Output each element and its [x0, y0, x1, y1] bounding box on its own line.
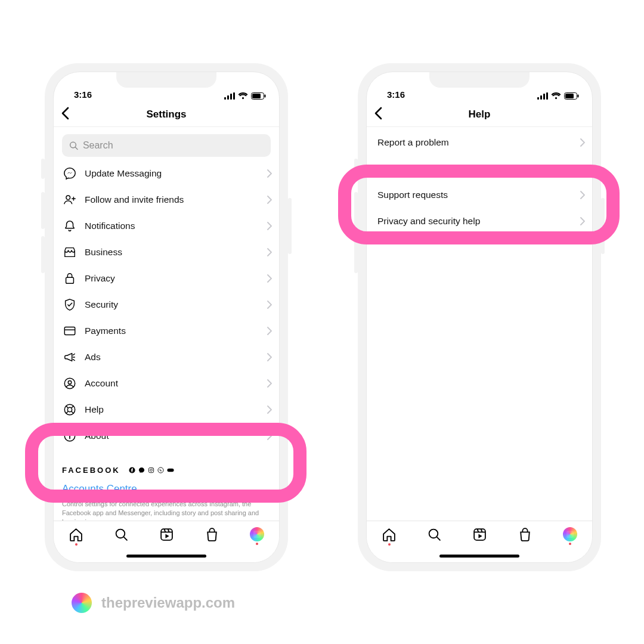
back-button[interactable] [58, 104, 72, 125]
highlight-report-problem-item [338, 165, 620, 244]
lifebuoy-icon [63, 403, 76, 416]
svg-line-37 [437, 537, 440, 540]
chevron-right-icon [267, 327, 272, 335]
settings-item-payments[interactable]: Payments [54, 318, 279, 344]
tab-reels[interactable] [159, 527, 174, 542]
wifi-icon [551, 92, 561, 100]
avatar-icon [250, 527, 264, 541]
svg-rect-32 [546, 92, 548, 100]
accounts-centre-description: Control settings for connected experienc… [62, 500, 271, 521]
home-indicator [439, 555, 519, 558]
tab-shop[interactable] [205, 527, 219, 542]
bag-icon [518, 527, 532, 542]
notification-dot [75, 543, 78, 546]
search-icon [427, 527, 442, 542]
card-icon [63, 324, 76, 338]
person-add-icon [63, 193, 76, 206]
svg-rect-0 [224, 97, 226, 100]
tab-home[interactable] [382, 527, 397, 546]
search-input[interactable] [83, 140, 264, 151]
settings-item-label: Help [85, 404, 259, 415]
storefront-icon [63, 246, 76, 259]
back-button[interactable] [371, 104, 385, 125]
settings-item-label: Account [85, 378, 259, 389]
side-button [41, 236, 45, 273]
svg-line-26 [124, 537, 127, 540]
chevron-right-icon [267, 274, 272, 283]
settings-item-label: Update Messaging [85, 168, 259, 179]
page-title: Help [469, 109, 491, 120]
svg-line-8 [75, 147, 78, 150]
settings-item-account[interactable]: Account [54, 370, 279, 397]
header: Settings [54, 102, 279, 127]
phone-notch [116, 72, 216, 88]
tab-profile[interactable] [250, 527, 264, 545]
chevron-right-icon [267, 222, 272, 230]
settings-item-business[interactable]: Business [54, 239, 279, 265]
notification-dot [256, 543, 258, 545]
search-icon [69, 141, 78, 150]
settings-item-help[interactable]: Help [54, 397, 279, 423]
svg-rect-34 [565, 94, 574, 98]
tab-search[interactable] [114, 527, 129, 542]
home-icon [69, 527, 83, 542]
reels-icon [159, 527, 174, 542]
watermark: thepreviewapp.com [72, 593, 235, 613]
cellular-icon [537, 92, 548, 100]
svg-rect-35 [578, 95, 579, 98]
chevron-right-icon [267, 169, 272, 178]
chevron-left-icon [374, 107, 382, 120]
settings-item-follow-invite[interactable]: Follow and invite friends [54, 187, 279, 213]
settings-item-privacy[interactable]: Privacy [54, 265, 279, 292]
settings-item-update-messaging[interactable]: Update Messaging [54, 160, 279, 187]
side-button [41, 159, 45, 179]
tab-home[interactable] [69, 527, 83, 546]
settings-item-label: Follow and invite friends [85, 194, 259, 205]
cellular-icon [224, 92, 235, 100]
page-title: Settings [146, 109, 186, 120]
settings-item-ads[interactable]: Ads [54, 344, 279, 370]
reels-icon [472, 527, 487, 542]
side-button [41, 192, 45, 229]
lock-icon [63, 272, 76, 285]
help-item-report-problem[interactable]: Report a problem [367, 129, 592, 156]
settings-item-label: Ads [85, 352, 259, 363]
tab-reels[interactable] [472, 527, 487, 542]
search-input-container[interactable] [62, 134, 271, 157]
wifi-icon [238, 92, 248, 100]
bag-icon [205, 527, 219, 542]
svg-point-9 [66, 196, 70, 200]
svg-rect-10 [66, 277, 74, 283]
svg-rect-31 [543, 94, 545, 100]
svg-rect-29 [537, 97, 539, 100]
chevron-right-icon [267, 405, 272, 414]
preview-app-logo [72, 593, 92, 613]
chevron-left-icon [61, 107, 69, 120]
tab-shop[interactable] [518, 527, 532, 542]
battery-icon [564, 92, 579, 100]
svg-rect-27 [161, 529, 172, 540]
svg-rect-5 [252, 94, 261, 98]
home-indicator [126, 555, 206, 558]
settings-item-notifications[interactable]: Notifications [54, 213, 279, 239]
chevron-right-icon [267, 248, 272, 256]
settings-item-security[interactable]: Security [54, 292, 279, 318]
svg-rect-38 [474, 529, 485, 540]
svg-point-14 [68, 380, 72, 384]
header: Help [367, 102, 592, 127]
tab-search[interactable] [427, 527, 442, 542]
settings-item-label: Privacy [85, 273, 259, 284]
phone-notch [429, 72, 530, 88]
chevron-right-icon [267, 379, 272, 388]
chevron-right-icon [267, 196, 272, 204]
tab-profile[interactable] [563, 527, 577, 545]
highlight-help-item [25, 423, 306, 503]
svg-rect-11 [64, 327, 75, 335]
svg-rect-6 [265, 95, 266, 98]
search-icon [114, 527, 129, 542]
battery-icon [251, 92, 266, 100]
megaphone-icon [63, 351, 76, 364]
settings-item-label: Notifications [85, 221, 259, 231]
messenger-icon [63, 167, 76, 180]
status-time: 3:16 [387, 89, 405, 100]
